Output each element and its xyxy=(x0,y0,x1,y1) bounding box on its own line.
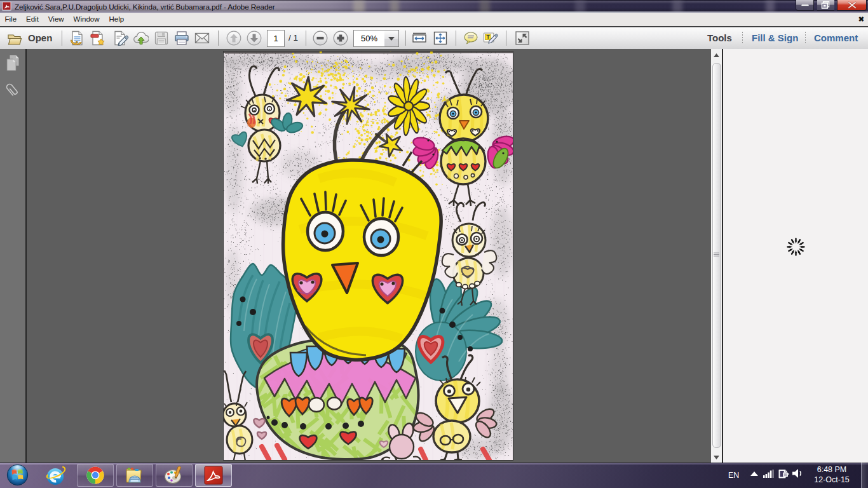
svg-text:T: T xyxy=(486,34,490,40)
